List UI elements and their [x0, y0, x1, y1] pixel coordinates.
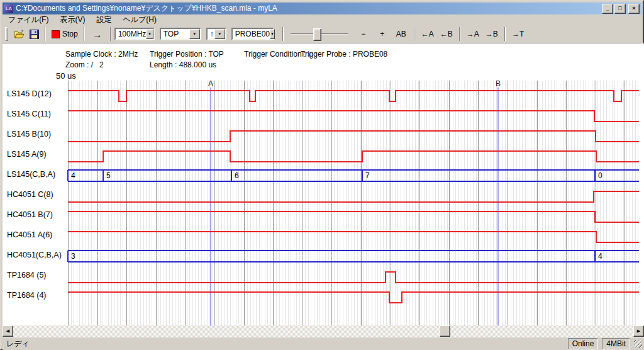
bus-value-ls145-c-b-a: 0 — [598, 171, 602, 180]
toolbar-separator — [459, 27, 460, 41]
floppy-disk-icon — [30, 30, 39, 39]
set-marker-b-button[interactable]: ←B — [437, 27, 456, 41]
wave-hc4051-b-7 — [68, 212, 639, 222]
scroll-left-button[interactable]: ◀ — [3, 325, 13, 337]
slider-thumb[interactable] — [313, 28, 321, 41]
channel-label-ls145-a-9[interactable]: LS145 A(9) — [7, 150, 47, 159]
length-info: Length : 488.000 us — [150, 60, 216, 69]
stop-icon — [52, 30, 60, 38]
dropdown-arrow-icon[interactable]: ▼ — [189, 29, 200, 39]
goto-trigger-button[interactable]: →T — [509, 27, 528, 41]
bus-hc4051-c-b-a — [68, 251, 639, 262]
toolbar: Stop → 100MHz ▼ TOP ▼ ↑ ▼ PROBE00 ▼ − + … — [3, 25, 641, 43]
wave-ls145-d-12 — [68, 91, 639, 101]
bus-value-ls145-c-b-a: 7 — [365, 171, 370, 180]
wave-ls145-a-9 — [68, 151, 639, 162]
toolbar-separator — [45, 27, 46, 41]
channel-label-hc4051-b-7[interactable]: HC4051 B(7) — [7, 210, 53, 219]
app-window: LA C:¥Documents and Settings¥noname¥デスクト… — [0, 0, 644, 350]
toolbar-separator — [414, 27, 415, 41]
set-marker-a-button[interactable]: ←A — [418, 27, 437, 41]
status-bar: レディ Online 4MBit — [3, 337, 644, 350]
bus-value-hc4051-c-b-a: 3 — [71, 252, 75, 261]
dropdown-arrow-icon[interactable]: ▼ — [270, 29, 275, 39]
channel-label-hc4051-c-b-a[interactable]: HC4051(C,B,A) — [7, 251, 62, 259]
sample-clock-info: Sample Clock : 2MHz — [65, 50, 138, 59]
toolbar-separator — [504, 27, 506, 41]
app-icon: LA — [4, 4, 13, 13]
dropdown-arrow-icon[interactable]: ▼ — [146, 29, 153, 39]
wave-tp1684-4 — [68, 292, 639, 303]
channel-label-ls145-d-12[interactable]: LS145 D(12) — [7, 89, 52, 98]
scroll-right-button[interactable]: ▶ — [633, 325, 644, 337]
marker-b-label: B — [496, 79, 501, 88]
bus-value-hc4051-c-b-a: 4 — [598, 252, 602, 261]
stop-label: Stop — [62, 30, 78, 38]
close-button[interactable]: × — [628, 4, 640, 14]
trigger-edge-value: ↑ — [210, 30, 214, 38]
menu-bar: ファイル(F)表示(V)設定ヘルプ(H) — [3, 14, 641, 25]
waveform-client-area: Sample Clock : 2MHz Zoom : / 2 Trigger P… — [3, 43, 644, 325]
waveform-svg: AB4567034 — [68, 81, 639, 325]
channel-label-tp1684-5[interactable]: TP1684 (5) — [7, 271, 47, 279]
trigger-probe-info: Trigger Probe : PROBE08 — [301, 50, 387, 59]
trigger-probe-value: PROBE00 — [235, 30, 270, 38]
toolbar-separator — [282, 27, 284, 41]
channel-label-hc4051-a-6[interactable]: HC4051 A(6) — [7, 230, 52, 239]
trigger-probe-select[interactable]: PROBE00 ▼ — [231, 28, 274, 40]
trigger-position-select[interactable]: TOP ▼ — [160, 28, 201, 40]
maximize-button[interactable]: □ — [614, 4, 626, 14]
wave-hc4051-c-8 — [68, 191, 639, 202]
zoom-in-button[interactable]: + — [373, 27, 392, 41]
minimize-button[interactable]: _ — [602, 4, 613, 14]
channel-label-ls145-b-10[interactable]: LS145 B(10) — [7, 130, 51, 138]
menu-item-[interactable]: 設定 — [93, 14, 114, 26]
wave-tp1684-5 — [68, 272, 639, 283]
marker-a-label: A — [208, 79, 213, 88]
wave-ls145-c-11 — [68, 111, 639, 121]
toolbar-separator — [84, 27, 85, 41]
horizontal-scrollbar[interactable]: ◀ ▶ — [3, 325, 644, 337]
trigger-edge-select[interactable]: ↑ ▼ — [206, 28, 226, 40]
zoom-out-button[interactable]: − — [354, 27, 373, 41]
channel-label-tp1684-4[interactable]: TP1684 (4) — [7, 291, 47, 300]
title-bar: LA C:¥Documents and Settings¥noname¥デスクト… — [3, 3, 641, 14]
channel-label-hc4051-c-8[interactable]: HC4051 C(8) — [7, 190, 53, 199]
toolbar-grip[interactable] — [5, 27, 8, 41]
goto-marker-a-button[interactable]: →A — [464, 27, 482, 41]
menu-item-h[interactable]: ヘルプ(H) — [119, 14, 160, 26]
bus-value-ls145-c-b-a: 5 — [106, 171, 111, 180]
bus-value-ls145-c-b-a: 4 — [71, 171, 75, 180]
menu-item-f[interactable]: ファイル(F) — [5, 14, 52, 26]
scrollbar-thumb[interactable] — [440, 325, 450, 337]
online-status-badge: Online — [568, 338, 599, 349]
dropdown-arrow-icon[interactable]: ▼ — [214, 29, 225, 39]
memory-size-badge: 4MBit — [602, 338, 630, 349]
wave-hc4051-a-6 — [68, 232, 639, 242]
zoom-info: Zoom : / 2 — [65, 60, 104, 69]
sample-clock-select[interactable]: 100MHz ▼ — [114, 28, 155, 40]
menu-item-v[interactable]: 表示(V) — [57, 14, 88, 26]
save-button[interactable] — [26, 27, 42, 41]
run-button[interactable]: → — [88, 27, 107, 41]
open-button[interactable] — [11, 27, 26, 41]
window-title: C:¥Documents and Settings¥noname¥デスクトップ¥… — [16, 3, 601, 14]
open-folder-icon — [14, 30, 25, 38]
channel-label-ls145-c-11[interactable]: LS145 C(11) — [7, 110, 51, 118]
resize-grip[interactable] — [634, 340, 642, 348]
zoom-slider[interactable] — [289, 28, 349, 40]
bus-value-ls145-c-b-a: 6 — [235, 171, 239, 180]
channel-label-ls145-c-b-a[interactable]: LS145(C,B,A) — [7, 170, 55, 179]
zoom-ab-button[interactable]: AB — [392, 27, 411, 41]
goto-marker-b-button[interactable]: →B — [482, 27, 501, 41]
time-scale-label: 50 us — [56, 71, 76, 81]
status-message: レディ — [6, 339, 568, 349]
trigger-position-info: Trigger Position : TOP — [150, 50, 224, 59]
stop-button[interactable]: Stop — [49, 27, 80, 41]
sample-clock-value: 100MHz — [118, 30, 147, 38]
bus-ls145-c-b-a — [68, 170, 639, 181]
toolbar-separator — [110, 27, 111, 41]
waveform-plot[interactable]: AB4567034 — [68, 81, 639, 325]
trigger-position-value: TOP — [164, 30, 179, 38]
wave-ls145-b-10 — [68, 131, 639, 142]
